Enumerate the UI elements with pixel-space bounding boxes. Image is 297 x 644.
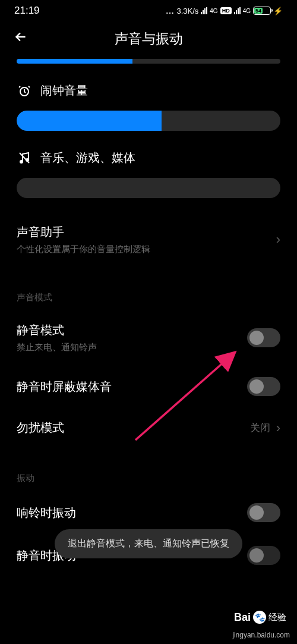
mute-media-toggle[interactable] xyxy=(247,377,280,396)
header: 声音与振动 xyxy=(0,21,297,59)
charging-icon: ⚡ xyxy=(273,7,283,15)
media-volume-section: 音乐、游戏、媒体 xyxy=(17,150,280,198)
status-dots-icon xyxy=(166,7,175,15)
back-button[interactable] xyxy=(13,29,29,49)
music-note-icon xyxy=(17,150,32,166)
sound-assistant-row[interactable]: 声音助手 个性化设置属于你的音量控制逻辑 › xyxy=(17,212,280,267)
silent-mode-title: 静音模式 xyxy=(17,322,247,338)
sound-mode-group-label: 声音模式 xyxy=(17,292,280,303)
battery-level: 54 xyxy=(254,8,263,14)
alarm-volume-section: 闹钟音量 xyxy=(17,83,280,131)
status-net-1: 4G xyxy=(210,8,217,14)
toast: 退出静音模式，来电、通知铃声已恢复 xyxy=(55,529,242,558)
vibrate-ring-title: 响铃时振动 xyxy=(17,505,247,521)
alarm-clock-icon xyxy=(17,83,32,99)
silent-mode-subtitle: 禁止来电、通知铃声 xyxy=(17,342,247,353)
mute-media-row: 静音时屏蔽媒体音 xyxy=(17,365,280,408)
status-bar: 21:19 3.3K/s 4G HD 4G 54 ⚡ xyxy=(0,0,297,21)
toggle-knob xyxy=(249,548,264,563)
vibration-group-label: 振动 xyxy=(17,473,34,484)
volume-slider-partial[interactable] xyxy=(17,59,280,64)
status-time: 21:19 xyxy=(14,5,40,17)
status-speed: 3.3K/s xyxy=(176,7,198,15)
dnd-title: 勿扰模式 xyxy=(17,420,250,436)
slider-fill xyxy=(17,111,162,131)
dnd-row[interactable]: 勿扰模式 关闭 › xyxy=(17,408,280,448)
sound-assistant-subtitle: 个性化设置属于你的音量控制逻辑 xyxy=(17,244,276,255)
slider-fill xyxy=(17,59,132,64)
vibrate-ring-row: 响铃时振动 xyxy=(17,491,280,534)
vibrate-ring-toggle[interactable] xyxy=(247,503,280,522)
toggle-knob xyxy=(249,379,264,394)
silent-mode-toggle[interactable] xyxy=(247,328,280,347)
hd-badge: HD xyxy=(220,7,232,14)
svg-point-1 xyxy=(20,160,23,164)
silent-mode-row: 静音模式 禁止来电、通知铃声 xyxy=(17,310,280,365)
arrow-left-icon xyxy=(13,29,29,45)
signal-icon-1 xyxy=(201,7,207,14)
status-net-2: 4G xyxy=(243,8,251,14)
watermark-logo: Bai 🐾 经验 xyxy=(234,611,286,624)
sound-assistant-title: 声音助手 xyxy=(17,224,276,240)
alarm-volume-label: 闹钟音量 xyxy=(40,83,88,99)
mute-media-title: 静音时屏蔽媒体音 xyxy=(17,379,247,395)
chevron-right-icon: › xyxy=(276,420,280,436)
battery-icon: 54 xyxy=(253,7,271,15)
toggle-knob xyxy=(249,331,264,345)
media-volume-slider[interactable] xyxy=(17,178,280,198)
watermark-url: jingyan.baidu.com xyxy=(232,631,290,640)
media-volume-label: 音乐、游戏、媒体 xyxy=(40,150,135,166)
dnd-value: 关闭 xyxy=(250,421,270,435)
paw-icon: 🐾 xyxy=(253,611,266,624)
status-right: 3.3K/s 4G HD 4G 54 ⚡ xyxy=(166,7,283,15)
chevron-right-icon: › xyxy=(276,232,280,247)
page-title: 声音与振动 xyxy=(12,30,285,48)
vibrate-silent-toggle[interactable] xyxy=(247,546,280,565)
toggle-knob xyxy=(249,505,264,520)
signal-icon-2 xyxy=(234,7,241,14)
toast-text: 退出静音模式，来电、通知铃声已恢复 xyxy=(68,538,229,548)
alarm-volume-slider[interactable] xyxy=(17,111,280,131)
